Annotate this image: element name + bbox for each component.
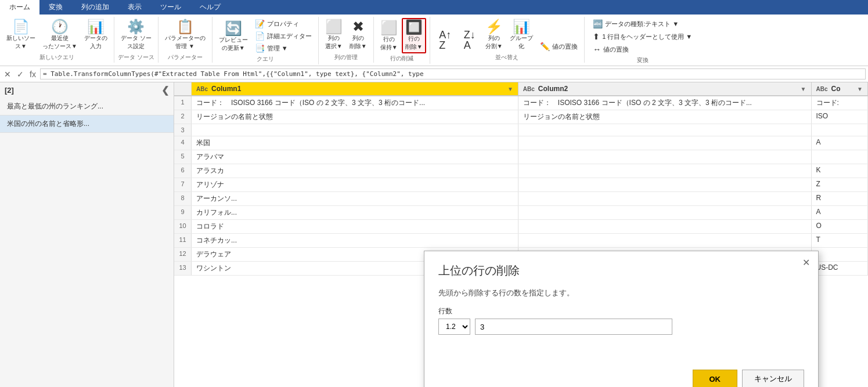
sidebar-item-states[interactable]: 米国の州の名前と省略形...	[0, 115, 174, 133]
use-first-row-button[interactable]: ⬆ 1 行目をヘッダーとして使用 ▼	[590, 31, 695, 42]
manage-button[interactable]: 📑 管理 ▼	[252, 42, 315, 54]
tab-add-column[interactable]: 列の追加	[72, 0, 118, 15]
data-type-button[interactable]: 🔤 データの種類:テキスト ▼	[590, 18, 682, 30]
advanced-editor-icon: 📄	[255, 31, 265, 41]
new-source-icon: 📄	[12, 20, 30, 34]
ribbon-group-parameters: 📋 パラメーターの管理 ▼ パラメーター	[159, 17, 213, 63]
choose-columns-icon: ⬜	[325, 20, 343, 34]
remove-rows-icon: 🔲	[405, 20, 423, 34]
recent-source-icon: 🕐	[51, 20, 69, 34]
manage-parameters-button[interactable]: 📋 パラメーターの管理 ▼	[162, 18, 208, 52]
dialog-cancel-button[interactable]: キャンセル	[742, 370, 804, 387]
remove-rows-button[interactable]: 🔲 行の削除▼	[402, 18, 426, 53]
column1-header[interactable]: ABc Column1 ▼	[192, 82, 518, 95]
ribbon-tab-bar: ホーム 変換 列の追加 表示 ツール ヘルプ	[0, 0, 868, 15]
column2-dropdown-icon[interactable]: ▼	[801, 86, 806, 92]
column1-dropdown-icon[interactable]: ▼	[507, 86, 513, 92]
ribbon-group-new-query: 📄 新しいソース▼ 🕐 最近使ったソース▼ 📊 データの入力 新しいクエリ	[0, 17, 114, 63]
data-source-settings-icon: ⚙️	[127, 20, 145, 34]
replace-values2-button[interactable]: ↔ 値の置換	[590, 44, 632, 55]
data-source-label: データ ソース	[118, 53, 154, 63]
sort-asc-icon: A↑Z	[439, 30, 451, 50]
ribbon-group-column-mgmt: ⬜ 列の選択▼ ✖ 列の削除▼ 列の管理	[319, 17, 374, 63]
column3-header[interactable]: ABc Co ▼	[812, 82, 868, 95]
dialog-remove-top-rows: ✕ 上位の行の削除 先頭から削除する行の数を指定します。 行数 1.2 1.2 …	[424, 251, 819, 387]
dialog-row-count-input[interactable]	[475, 319, 672, 335]
tab-view[interactable]: 表示	[118, 0, 151, 15]
preview-refresh-icon: 🔄	[225, 21, 242, 35]
dialog-description: 先頭から削除する行の数を指定します。	[438, 288, 804, 298]
ribbon-group-data-source: ⚙️ データ ソース設定 データ ソース	[114, 17, 159, 63]
right-panel: ABc Column1 ▼ ABc Column2 ▼ ABc Co ▼ 1 コ…	[174, 82, 868, 387]
dialog-ok-button[interactable]: OK	[693, 370, 738, 387]
table-row: 5 アラバマ	[174, 150, 868, 164]
sidebar-item-ranking[interactable]: 最高と最低の州のランキング...	[0, 98, 174, 115]
ribbon-group-query: 🔄 プレビューの更新▼ 📝 プロパティ 📄 詳細エディター 📑 管理 ▼	[213, 17, 319, 64]
preview-refresh-button[interactable]: 🔄 プレビューの更新▼	[216, 20, 251, 54]
grid-header: ABc Column1 ▼ ABc Column2 ▼ ABc Co ▼	[174, 82, 868, 96]
keep-rows-icon: ⬜	[380, 21, 398, 35]
sort-desc-button[interactable]: Z↓A	[458, 28, 481, 52]
replace-values2-icon: ↔	[593, 45, 601, 54]
dialog-footer: OK キャンセル	[438, 370, 804, 387]
tab-home[interactable]: ホーム	[0, 0, 39, 15]
ribbon-content: 📄 新しいソース▼ 🕐 最近使ったソース▼ 📊 データの入力 新しいクエリ ⚙️	[0, 15, 868, 66]
left-panel: [2] ❮ 最高と最低の州のランキング... 米国の州の名前と省略形...	[0, 82, 174, 387]
data-type-icon: 🔤	[593, 19, 603, 28]
enter-data-icon: 📊	[87, 20, 105, 34]
remove-columns-icon: ✖	[352, 20, 364, 34]
confirm-formula-button[interactable]: ✓	[15, 69, 26, 79]
table-row: 2 リージョンの名前と状態 リージョンの名前と状態 ISO	[174, 110, 868, 124]
dialog-field-row: 1.2 1.2	[438, 319, 804, 335]
sort-label: 並べ替え	[495, 53, 518, 63]
table-row: 10 コロラド O	[174, 220, 868, 234]
ribbon-group-row-reduction: ⬜ 行の保持▼ 🔲 行の削除▼ 行の削減	[374, 17, 430, 64]
column2-header[interactable]: ABc Column2 ▼	[518, 82, 812, 95]
left-panel-header: [2] ❮	[0, 82, 174, 98]
split-column-icon: ⚡	[485, 20, 503, 34]
replace-values-button[interactable]: ✏️ 値の置換	[537, 41, 581, 52]
column3-dropdown-icon[interactable]: ▼	[857, 86, 863, 92]
dialog-title: 上位の行の削除	[438, 263, 804, 279]
column3-name: Co	[831, 85, 841, 93]
row-reduction-label: 行の削減	[390, 55, 413, 64]
fx-label: fx	[28, 69, 38, 79]
tab-transform[interactable]: 変換	[39, 0, 72, 15]
table-row: 8 アーカンソ... R	[174, 192, 868, 206]
dialog-close-button[interactable]: ✕	[802, 257, 810, 268]
data-source-settings-button[interactable]: ⚙️ データ ソース設定	[118, 18, 154, 52]
tab-tools[interactable]: ツール	[151, 0, 190, 15]
tab-help[interactable]: ヘルプ	[190, 0, 230, 15]
column1-name: Column1	[211, 85, 241, 93]
column2-name: Column2	[538, 85, 568, 93]
transform-label: 変換	[637, 56, 649, 66]
table-row: 11 コネチカッ... T	[174, 234, 868, 248]
properties-button[interactable]: 📝 プロパティ	[252, 18, 315, 30]
remove-columns-button[interactable]: ✖ 列の削除▼	[347, 18, 370, 52]
sort-asc-button[interactable]: A↑Z	[434, 28, 457, 52]
column-mgmt-label: 列の管理	[334, 53, 358, 63]
properties-icon: 📝	[255, 19, 265, 28]
dialog-type-select[interactable]: 1.2 1.2	[438, 319, 470, 335]
cancel-formula-button[interactable]: ✕	[2, 69, 13, 79]
formula-input[interactable]	[40, 68, 866, 79]
table-row: 9 カリフォル... A	[174, 206, 868, 220]
ribbon-group-sort: A↑Z Z↓A ⚡ 列の分割▼ 📊 グループ化 ✏️ 値の置換	[430, 17, 585, 63]
manage-icon: 📑	[255, 44, 265, 53]
table-row: 1 コード： ISOISO 3166 コード（ISO の 2 文字、3 文字、3…	[174, 96, 868, 110]
main-area: [2] ❮ 最高と最低の州のランキング... 米国の州の名前と省略形... AB…	[0, 82, 868, 387]
split-column-button[interactable]: ⚡ 列の分割▼	[482, 18, 506, 52]
sort-desc-icon: Z↓A	[464, 30, 476, 50]
new-source-button[interactable]: 📄 新しいソース▼	[3, 18, 38, 52]
keep-rows-button[interactable]: ⬜ 行の保持▼	[377, 19, 401, 53]
recent-source-button[interactable]: 🕐 最近使ったソース▼	[39, 18, 80, 52]
advanced-editor-button[interactable]: 📄 詳細エディター	[252, 30, 315, 42]
left-panel-collapse-button[interactable]: ❮	[161, 85, 169, 96]
enter-data-button[interactable]: 📊 データの入力	[81, 18, 110, 52]
ribbon: ホーム 変換 列の追加 表示 ツール ヘルプ 📄 新しいソース▼ 🕐 最近使った…	[0, 0, 868, 66]
parameters-label: パラメーター	[168, 53, 203, 63]
group-by-icon: 📊	[513, 20, 530, 34]
group-by-button[interactable]: 📊 グループ化	[507, 18, 536, 52]
choose-columns-button[interactable]: ⬜ 列の選択▼	[322, 18, 345, 52]
use-first-row-icon: ⬆	[593, 32, 600, 41]
